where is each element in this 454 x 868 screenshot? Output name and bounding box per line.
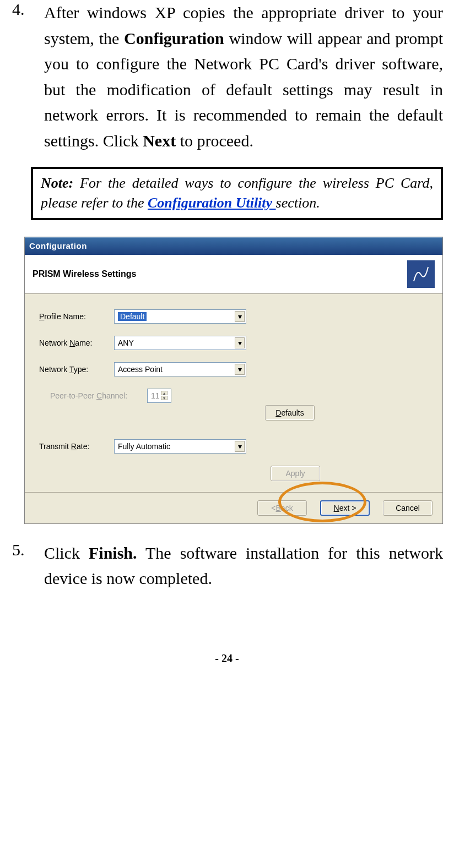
network-type-value: Access Point (118, 365, 163, 374)
configuration-window: Configuration PRISM Wireless Settings PP… (24, 237, 443, 524)
network-name-value: ANY (118, 339, 134, 347)
next-button[interactable]: Next > (320, 500, 370, 516)
window-titlebar: Configuration (25, 237, 442, 255)
apply-button: Apply (271, 466, 320, 481)
p2p-channel-label: Peer-to-Peer Channel: (50, 391, 138, 400)
profile-name-value: Default (118, 312, 147, 321)
step4-text: After windows XP copies the appropriate … (44, 0, 443, 154)
dropdown-arrow-icon[interactable]: ▾ (235, 311, 245, 322)
step5-number: 5. (11, 541, 44, 592)
dialog-header: PRISM Wireless Settings (25, 255, 442, 294)
note-text-after: section. (276, 195, 320, 211)
dropdown-arrow-icon[interactable]: ▾ (235, 364, 245, 375)
note-label: Note: (41, 175, 73, 191)
step4-bold-next: Next (143, 132, 176, 150)
spinner-down-icon: ▾ (161, 396, 167, 400)
transmit-rate-select[interactable]: Fully Automatic ▾ (114, 439, 246, 454)
dropdown-arrow-icon[interactable]: ▾ (235, 337, 245, 348)
transmit-rate-label: Transmit Rate: (39, 442, 105, 451)
dialog-header-title: PRISM Wireless Settings (33, 269, 136, 279)
step5-part1: Click (44, 544, 89, 562)
dropdown-arrow-icon[interactable]: ▾ (235, 441, 245, 452)
p2p-channel-value: 11 (151, 391, 160, 400)
wizard-button-bar: < Back Next > Cancel (25, 492, 442, 523)
network-name-select[interactable]: ANY ▾ (114, 336, 246, 350)
profile-name-select[interactable]: Default ▾ (114, 309, 246, 324)
p2p-channel-spinner: 11 ▴ ▾ (147, 389, 171, 403)
spinner-up-icon: ▴ (161, 391, 167, 395)
page-number: - 24 - (11, 652, 443, 665)
window-title: Configuration (29, 241, 87, 250)
step5-text: Click Finish. The software installation … (44, 541, 443, 592)
transmit-rate-value: Fully Automatic (118, 442, 170, 451)
network-name-label: Network Name: (39, 339, 105, 347)
defaults-button[interactable]: DDefaultsefaults (265, 405, 315, 421)
network-type-select[interactable]: Access Point ▾ (114, 362, 246, 376)
back-button: < Back (257, 500, 307, 516)
cancel-button[interactable]: Cancel (383, 500, 433, 516)
configuration-utility-link[interactable]: Configuration Utility (148, 195, 276, 211)
profile-name-label: PProfile Name:rofile Name: (39, 312, 105, 321)
form-area: PProfile Name:rofile Name: Default ▾ Net… (25, 294, 442, 492)
note-box: Note: For the detailed ways to configure… (31, 167, 443, 220)
step4-bold-configuration: Configuration (124, 29, 224, 47)
step4-number: 4. (11, 0, 44, 154)
prism-logo-icon (407, 260, 435, 288)
step5-bold-finish: Finish. (89, 544, 137, 562)
step4-part3: to proceed. (176, 132, 253, 150)
network-type-label: Network Type: (39, 365, 105, 374)
